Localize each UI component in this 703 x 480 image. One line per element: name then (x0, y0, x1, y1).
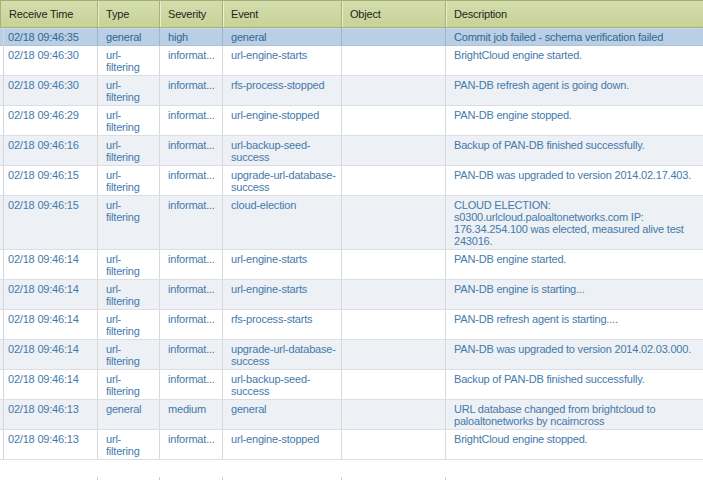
cell-object (341, 76, 445, 106)
cell-type: url-filtering (97, 46, 159, 76)
cell-severity: informat... (159, 340, 222, 370)
cell-object (341, 136, 445, 166)
column-header-object[interactable]: Object (341, 0, 445, 28)
cell-description: PAN-DB was upgraded to version 2014.02.1… (445, 166, 703, 196)
cell-description: Backup of PAN-DB finished successfully. (445, 370, 703, 400)
cell-object (341, 196, 445, 250)
cell-type: url-filtering (97, 250, 159, 280)
cell-description: PAN-DB engine stopped. (445, 106, 703, 136)
cell-type: general (97, 400, 159, 430)
cell-severity: informat... (159, 280, 222, 310)
cell-type: general (97, 28, 159, 46)
cell-receive-time: 02/18 09:46:30 (0, 46, 97, 76)
cell-description: Backup of PAN-DB finished successfully. (445, 136, 703, 166)
cell-object (341, 430, 445, 460)
cell-type: url-filtering (97, 280, 159, 310)
cell-receive-time: 02/18 09:46:14 (0, 280, 97, 310)
cell-description: Commit job failed - schema verification … (445, 28, 703, 46)
cell-receive-time: 02/18 09:46:14 (0, 340, 97, 370)
table-row[interactable]: 02/18 09:46:13generalmediumgeneralURL da… (0, 400, 703, 430)
table-row[interactable]: 02/18 09:46:29url-filteringinformat...ur… (0, 106, 703, 136)
table-row[interactable]: 02/18 09:46:15url-filteringinformat...up… (0, 166, 703, 196)
cell-description: PAN-DB engine is starting... (445, 280, 703, 310)
cell-description: CLOUD ELECTION: s0300.urlcloud.paloalton… (445, 196, 703, 250)
cell-type: url-filtering (97, 370, 159, 400)
cell-description: PAN-DB was upgraded to version 2014.02.0… (445, 340, 703, 370)
cell-object (341, 166, 445, 196)
column-header-receive-time[interactable]: Receive Time (0, 0, 97, 28)
cell-type: url-filtering (97, 340, 159, 370)
cell-event: upgrade-url-database-success (222, 340, 341, 370)
cell-event: rfs-process-starts (222, 310, 341, 340)
cell-receive-time: 02/18 09:46:13 (0, 430, 97, 460)
cell-receive-time: 02/18 09:46:35 (0, 28, 97, 46)
cell-severity: informat... (159, 310, 222, 340)
cell-receive-time: 02/18 09:46:14 (0, 370, 97, 400)
cell-severity: informat... (159, 370, 222, 400)
table-row[interactable]: 02/18 09:46:14url-filteringinformat...ur… (0, 250, 703, 280)
cell-receive-time: 02/18 09:46:15 (0, 166, 97, 196)
cell-event: general (222, 400, 341, 430)
cell-event: url-engine-stopped (222, 106, 341, 136)
cell-type: url-filtering (97, 166, 159, 196)
table-row[interactable]: 02/18 09:46:14url-filteringinformat...ur… (0, 370, 703, 400)
cell-event: rfs-process-stopped (222, 76, 341, 106)
table-row[interactable]: 02/18 09:46:13url-filteringinformat...ur… (0, 430, 703, 460)
cell-description: BrightCloud engine stopped. (445, 430, 703, 460)
cell-event: url-backup-seed-success (222, 370, 341, 400)
cell-event: url-engine-stopped (222, 430, 341, 460)
cell-receive-time: 02/18 09:46:15 (0, 196, 97, 250)
cell-event: cloud-election (222, 196, 341, 250)
table-row[interactable]: 02/18 09:46:30url-filteringinformat...ur… (0, 46, 703, 76)
cell-type: url-filtering (97, 106, 159, 136)
cell-severity: informat... (159, 166, 222, 196)
cell-receive-time: 02/18 09:46:16 (0, 136, 97, 166)
log-table-body: 02/18 09:46:35generalhighgeneralCommit j… (0, 28, 703, 460)
column-header-description[interactable]: Description (445, 0, 703, 28)
cell-type: url-filtering (97, 196, 159, 250)
header-row: Receive Time Type Severity Event Object … (0, 0, 703, 28)
cell-receive-time: 02/18 09:46:14 (0, 250, 97, 280)
cell-severity: informat... (159, 250, 222, 280)
cell-type: url-filtering (97, 310, 159, 340)
cell-severity: informat... (159, 196, 222, 250)
cell-severity: informat... (159, 430, 222, 460)
table-row[interactable]: 02/18 09:46:16url-filteringinformat...ur… (0, 136, 703, 166)
cell-severity: informat... (159, 106, 222, 136)
cell-receive-time: 02/18 09:46:14 (0, 310, 97, 340)
cell-event: url-engine-starts (222, 46, 341, 76)
cell-event: general (222, 28, 341, 46)
cell-event: url-engine-starts (222, 250, 341, 280)
table-row[interactable]: 02/18 09:46:15url-filteringinformat...cl… (0, 196, 703, 250)
cell-type: url-filtering (97, 76, 159, 106)
column-header-event[interactable]: Event (222, 0, 341, 28)
cell-description: BrightCloud engine started. (445, 46, 703, 76)
cell-severity: informat... (159, 76, 222, 106)
table-row[interactable]: 02/18 09:46:14url-filteringinformat...rf… (0, 310, 703, 340)
column-header-severity[interactable]: Severity (159, 0, 222, 28)
cell-type: url-filtering (97, 430, 159, 460)
cell-object (341, 340, 445, 370)
cell-object (341, 106, 445, 136)
cell-type: url-filtering (97, 136, 159, 166)
log-table: Receive Time Type Severity Event Object … (0, 0, 703, 460)
cell-object (341, 400, 445, 430)
cell-object (341, 310, 445, 340)
table-row[interactable]: 02/18 09:46:14url-filteringinformat...up… (0, 340, 703, 370)
table-row[interactable]: 02/18 09:46:35generalhighgeneralCommit j… (0, 28, 703, 46)
system-log-panel: Receive Time Type Severity Event Object … (0, 0, 703, 480)
cell-receive-time: 02/18 09:46:30 (0, 76, 97, 106)
cell-severity: informat... (159, 46, 222, 76)
cell-description: PAN-DB engine started. (445, 250, 703, 280)
cell-receive-time: 02/18 09:46:13 (0, 400, 97, 430)
table-row[interactable]: 02/18 09:46:30url-filteringinformat...rf… (0, 76, 703, 106)
cell-event: url-engine-starts (222, 280, 341, 310)
cell-severity: medium (159, 400, 222, 430)
table-row[interactable]: 02/18 09:46:14url-filteringinformat...ur… (0, 280, 703, 310)
cell-description: PAN-DB refresh agent is going down. (445, 76, 703, 106)
cell-object (341, 280, 445, 310)
cell-description: PAN-DB refresh agent is starting.... (445, 310, 703, 340)
cell-event: upgrade-url-database-success (222, 166, 341, 196)
column-header-type[interactable]: Type (97, 0, 159, 28)
cell-object (341, 250, 445, 280)
